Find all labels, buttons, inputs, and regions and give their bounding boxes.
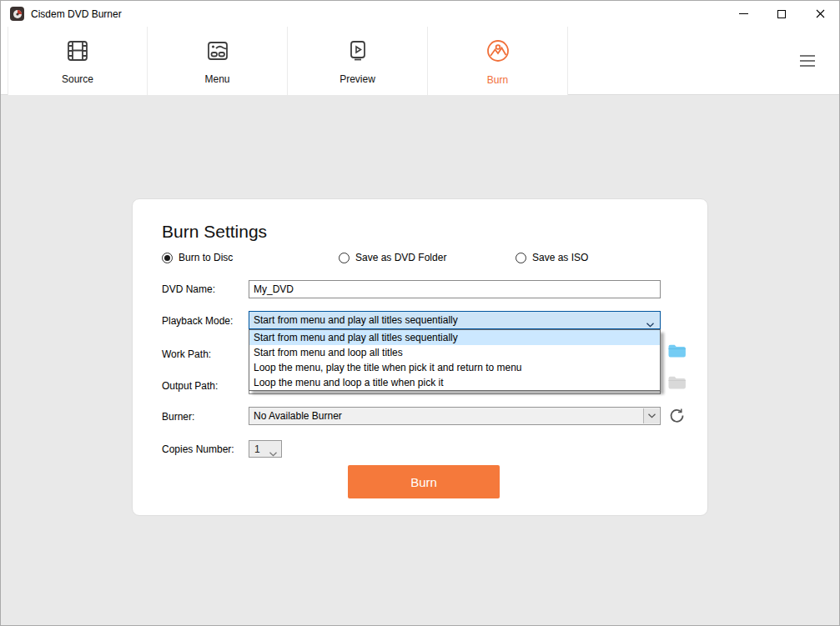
burn-settings-panel: Burn Settings Burn to Disc Save as DVD F… [132, 198, 708, 516]
burner-label: Burner: [162, 411, 194, 423]
radio-save-as-iso[interactable]: Save as ISO [516, 252, 588, 263]
minimize-button[interactable] [724, 1, 762, 27]
playback-mode-value: Start from menu and play all titles sequ… [254, 314, 458, 326]
player-preview-icon [345, 38, 371, 68]
folder-open-icon-blue[interactable] [667, 343, 687, 361]
burn-button[interactable]: Burn [348, 465, 500, 498]
work-path-label: Work Path: [162, 348, 211, 360]
radio-circle-icon [162, 253, 173, 263]
playback-mode-label: Playback Mode: [162, 315, 233, 327]
output-path-label: Output Path: [162, 380, 218, 392]
copies-number-value: 1 [254, 443, 260, 455]
radio-save-as-dvd-folder[interactable]: Save as DVD Folder [339, 252, 446, 263]
maximize-button[interactable] [762, 1, 801, 27]
burn-disc-icon [484, 37, 512, 68]
dropdown-option[interactable]: Start from menu and loop all titles [249, 345, 660, 360]
dropdown-option[interactable]: Loop the menu, play the title when pick … [249, 360, 660, 375]
copies-number-combobox[interactable]: 1 [249, 440, 282, 458]
radio-save-as-dvd-folder-label: Save as DVD Folder [355, 252, 446, 263]
copies-number-label: Copies Number: [162, 443, 234, 455]
main-toolbar: Source Menu [1, 27, 839, 95]
radio-circle-icon [339, 253, 350, 263]
title-bar: Cisdem DVD Burner [1, 1, 839, 27]
menu-image-icon [204, 38, 231, 68]
tab-burn[interactable]: Burn [428, 27, 568, 95]
tab-menu-label: Menu [204, 73, 229, 85]
playback-mode-dropdown-list: Start from menu and play all titles sequ… [249, 329, 661, 391]
panel-title: Burn Settings [162, 222, 267, 242]
window-title: Cisdem DVD Burner [31, 8, 122, 20]
app-window: Cisdem DVD Burner Source [0, 0, 840, 626]
content-area: Burn Settings Burn to Disc Save as DVD F… [1, 95, 839, 625]
dropdown-option[interactable]: Start from menu and play all titles sequ… [249, 330, 660, 345]
tab-burn-label: Burn [487, 74, 508, 86]
dropdown-option[interactable]: Loop the menu and loop a title when pick… [249, 375, 660, 390]
tab-source[interactable]: Source [8, 27, 148, 95]
hamburger-menu-icon[interactable] [800, 55, 815, 67]
burner-value: No Available Burner [254, 410, 342, 422]
refresh-icon[interactable] [669, 408, 685, 426]
app-logo-icon [10, 7, 24, 21]
radio-burn-to-disc[interactable]: Burn to Disc [162, 252, 233, 263]
dvd-name-label: DVD Name: [162, 283, 215, 295]
tab-menu[interactable]: Menu [148, 27, 288, 95]
tab-preview[interactable]: Preview [288, 27, 428, 95]
tab-source-label: Source [62, 73, 93, 85]
dvd-name-input[interactable] [249, 280, 661, 298]
chevron-down-icon [269, 448, 277, 459]
folder-icon-gray[interactable] [667, 375, 687, 393]
chevron-down-icon [646, 318, 654, 330]
tab-preview-label: Preview [340, 73, 375, 85]
radio-circle-icon [516, 253, 526, 263]
close-button[interactable] [801, 1, 839, 27]
radio-save-as-iso-label: Save as ISO [532, 252, 588, 263]
burner-combobox[interactable]: No Available Burner [249, 407, 661, 425]
output-type-radios: Burn to Disc Save as DVD Folder Save as … [133, 252, 707, 265]
chevron-down-icon [643, 408, 659, 423]
filmstrip-icon [64, 38, 91, 68]
playback-mode-combobox[interactable]: Start from menu and play all titles sequ… [249, 311, 661, 329]
radio-burn-to-disc-label: Burn to Disc [179, 252, 233, 263]
